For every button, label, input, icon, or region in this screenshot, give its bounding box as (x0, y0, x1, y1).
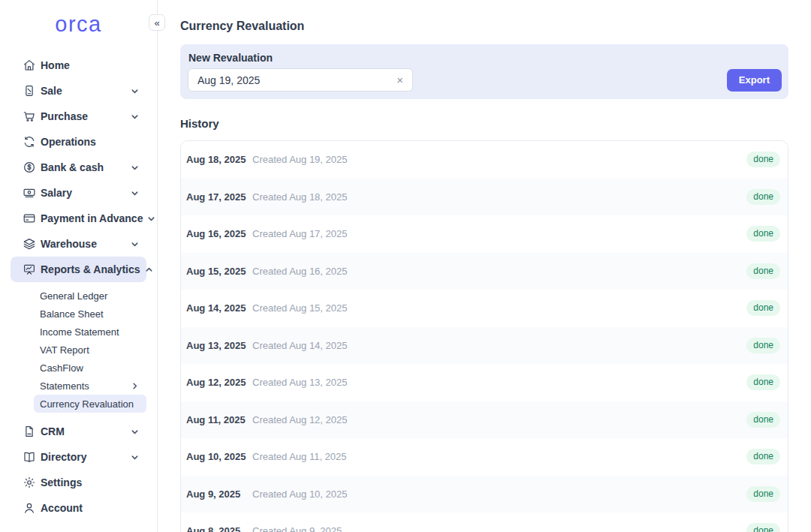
sidebar-item-warehouse[interactable]: Warehouse (11, 231, 146, 257)
sidebar-subitem-currency-revaluation[interactable]: Currency Revaluation (34, 395, 146, 413)
revaluation-date: Aug 10, 2025 (186, 451, 252, 462)
operations-icon (23, 135, 36, 149)
chevron-down-icon (131, 240, 139, 248)
created-date: Created Aug 17, 2025 (252, 228, 348, 239)
sidebar-subitem-income-statement[interactable]: Income Statement (34, 323, 146, 341)
status-badge: done (746, 300, 780, 316)
created-date: Created Aug 12, 2025 (252, 414, 348, 425)
sale-icon (23, 84, 36, 98)
history-row[interactable]: Aug 14, 2025 Created Aug 15, 2025 done (181, 290, 788, 327)
chevron-down-icon (131, 189, 139, 197)
sidebar-subitem-cashflow[interactable]: CashFlow (34, 359, 146, 377)
sidebar-item-home[interactable]: Home (11, 53, 146, 78)
status-badge: done (746, 189, 780, 205)
history-heading: History (180, 117, 788, 130)
history-row[interactable]: Aug 18, 2025 Created Aug 19, 2025 done (181, 141, 788, 179)
revaluation-date-input[interactable]: Aug 19, 2025 × (188, 68, 413, 92)
payment-icon (23, 212, 36, 225)
history-row[interactable]: Aug 8, 2025 Created Aug 9, 2025 done (181, 512, 788, 532)
history-row[interactable]: Aug 12, 2025 Created Aug 13, 2025 done (181, 364, 788, 401)
chevron-up-icon (145, 266, 153, 274)
sidebar-submenu: General Ledger Balance Sheet Income Stat… (0, 282, 157, 419)
history-row[interactable]: Aug 10, 2025 Created Aug 11, 2025 done (181, 438, 788, 476)
created-date: Created Aug 11, 2025 (252, 451, 347, 462)
revaluation-date: Aug 9, 2025 (186, 488, 252, 500)
status-badge: done (746, 412, 780, 428)
new-revaluation-label: New Revaluation (188, 52, 782, 64)
export-button[interactable]: Export (727, 69, 782, 92)
main-content: Currency Revaluation New Revaluation Aug… (158, 0, 811, 532)
sidebar-item-label: Payment in Advance (41, 212, 143, 224)
sidebar-subitem-statements[interactable]: Statements (34, 377, 146, 395)
sidebar-item-label: Settings (41, 476, 139, 488)
cart-icon (23, 110, 36, 123)
history-row[interactable]: Aug 17, 2025 Created Aug 18, 2025 done (181, 179, 788, 216)
chevron-down-icon (131, 453, 139, 461)
sidebar-item-settings[interactable]: Settings (11, 470, 146, 495)
sidebar-item-label: Salary (41, 187, 126, 199)
salary-icon (23, 186, 36, 200)
directory-icon (23, 450, 36, 464)
bank-icon (23, 161, 36, 174)
status-badge: done (746, 263, 780, 279)
chevron-down-icon (147, 215, 155, 223)
created-date: Created Aug 9, 2025 (252, 525, 342, 532)
app-logo: orca (0, 14, 157, 35)
created-date: Created Aug 19, 2025 (252, 154, 348, 165)
sidebar-subitem-label: Income Statement (40, 326, 119, 338)
crm-icon (23, 425, 36, 438)
sidebar-item-account[interactable]: Account (11, 495, 146, 521)
sidebar-item-sale[interactable]: Sale (11, 78, 146, 104)
sidebar-item-operations[interactable]: Operations (11, 129, 146, 155)
new-revaluation-controls: Aug 19, 2025 × Export (188, 68, 782, 92)
created-date: Created Aug 18, 2025 (252, 191, 348, 203)
sidebar-subitem-vat-report[interactable]: VAT Report (34, 341, 146, 359)
history-row[interactable]: Aug 11, 2025 Created Aug 12, 2025 done (181, 401, 788, 439)
sidebar-item-label: Sale (41, 85, 126, 97)
created-date: Created Aug 13, 2025 (252, 377, 348, 388)
sidebar-item-payment-in-advance[interactable]: Payment in Advance (11, 206, 146, 231)
sidebar-item-crm[interactable]: CRM (11, 419, 146, 444)
chevron-down-icon (131, 113, 139, 121)
sidebar-item-salary[interactable]: Salary (11, 180, 146, 206)
sidebar-item-directory[interactable]: Directory (11, 444, 146, 470)
sidebar-item-label: Home (41, 59, 139, 71)
clear-date-icon[interactable]: × (396, 74, 403, 86)
history-row[interactable]: Aug 13, 2025 Created Aug 14, 2025 done (181, 327, 788, 365)
sidebar-collapse-button[interactable]: « (149, 14, 165, 31)
sidebar-item-label: Bank & cash (41, 161, 126, 173)
revaluation-date: Aug 15, 2025 (186, 266, 252, 277)
history-row[interactable]: Aug 16, 2025 Created Aug 17, 2025 done (181, 215, 788, 253)
sidebar-subitem-label: VAT Report (40, 344, 89, 356)
status-badge: done (746, 374, 780, 390)
warehouse-icon (23, 237, 36, 251)
status-badge: done (746, 449, 780, 464)
sidebar-item-label: Warehouse (41, 238, 126, 250)
home-icon (23, 59, 36, 72)
sidebar-item-label: Purchase (41, 110, 126, 122)
sidebar-subitem-balance-sheet[interactable]: Balance Sheet (34, 305, 146, 323)
sidebar-item-label: Account (41, 502, 139, 514)
settings-icon (23, 476, 36, 489)
created-date: Created Aug 15, 2025 (252, 302, 348, 314)
sidebar-subitem-label: Currency Revaluation (40, 398, 134, 410)
sidebar-item-label: CRM (41, 425, 126, 437)
sidebar-item-purchase[interactable]: Purchase (11, 104, 146, 129)
sidebar-item-label: Reports & Analytics (41, 263, 140, 275)
history-row[interactable]: Aug 9, 2025 Created Aug 10, 2025 done (181, 476, 788, 513)
revaluation-date: Aug 13, 2025 (186, 340, 252, 351)
status-badge: done (746, 152, 780, 167)
date-value: Aug 19, 2025 (197, 74, 260, 86)
sidebar-subitem-label: General Ledger (40, 290, 107, 302)
chevron-right-icon (131, 382, 139, 390)
sidebar-item-bank-cash[interactable]: Bank & cash (11, 155, 146, 180)
history-list: Aug 18, 2025 Created Aug 19, 2025 done A… (180, 140, 788, 532)
sidebar-nav: Home Sale Purchase Operations Bank & cas… (0, 53, 157, 521)
revaluation-date: Aug 16, 2025 (186, 228, 252, 239)
status-badge: done (746, 486, 780, 502)
reports-icon (23, 263, 36, 276)
sidebar-item-reports-analytics[interactable]: Reports & Analytics (11, 257, 146, 282)
revaluation-date: Aug 11, 2025 (186, 414, 252, 425)
sidebar-subitem-general-ledger[interactable]: General Ledger (34, 287, 146, 305)
history-row[interactable]: Aug 15, 2025 Created Aug 16, 2025 done (181, 253, 788, 290)
